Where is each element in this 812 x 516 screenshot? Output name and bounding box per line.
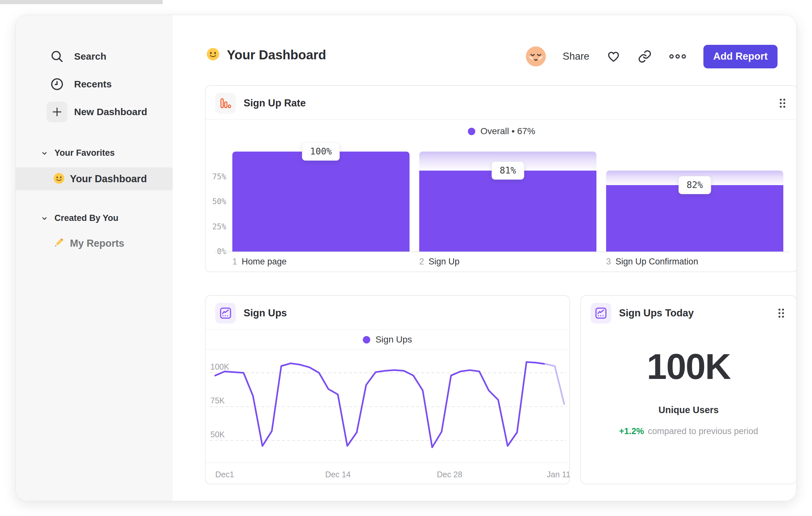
line-series-incomplete: [546, 364, 564, 404]
more-options-icon[interactable]: [669, 53, 687, 60]
kpi-delta-value: +1.2%: [619, 426, 644, 436]
kpi-value: 100K: [581, 346, 796, 387]
funnel-bar-converted: [606, 185, 783, 251]
funnel-bar-step-3[interactable]: 82%: [606, 171, 783, 251]
funnel-y-tick: 75%: [204, 172, 226, 181]
smiley-emoji-icon: [53, 172, 65, 185]
sidebar-item-recents[interactable]: Recents: [16, 73, 173, 96]
funnel-chart: 75%50%25%0%100%1Home page81%2Sign Up82%3…: [206, 86, 796, 272]
funnel-bar-step-1[interactable]: 100%: [232, 152, 410, 251]
sidebar-item-label: My Reports: [70, 238, 124, 249]
main-content: Your Dashboard Share Add Report: [173, 15, 796, 501]
sidebar-item-label: Recents: [74, 79, 112, 90]
line-x-tick: Dec1: [215, 470, 234, 479]
funnel-y-tick: 25%: [204, 222, 226, 231]
funnel-step-label: 2Sign Up: [419, 257, 460, 267]
line-x-tick: Jan 11: [547, 470, 570, 479]
step-number: 3: [606, 257, 611, 266]
line-y-tick: 100K: [210, 362, 229, 371]
chevron-down-icon: [40, 214, 49, 222]
sign-up-rate-card: Sign Up Rate Overall • 67% 75%50%25%0%10…: [205, 85, 796, 272]
line-x-tick: Dec 14: [325, 470, 351, 479]
kpi-delta-row: +1.2%compared to previous period: [581, 426, 796, 436]
favorite-heart-icon[interactable]: [606, 49, 621, 64]
sidebar-item-label: Search: [74, 51, 106, 62]
insights-icon: [591, 303, 611, 323]
line-y-tick: 75K: [210, 396, 225, 405]
app-window: Search Recents New Dashboard Your Favori…: [16, 15, 796, 501]
line-chart: 100K75K50KDec1Dec 14Dec 28Jan 11: [206, 296, 569, 484]
section-title: Your Favorites: [54, 148, 115, 158]
funnel-bar-converted: [232, 152, 410, 251]
dashboard-header: Your Dashboard Share Add Report: [173, 15, 796, 83]
sign-ups-today-card: Sign Ups Today 100K Unique Users +1.2%co…: [580, 295, 796, 484]
avatar[interactable]: [526, 47, 546, 66]
kpi-delta-caption: compared to previous period: [648, 426, 758, 436]
step-number: 1: [232, 257, 237, 266]
funnel-bar-value-badge: 81%: [492, 162, 524, 180]
sidebar-item-my-reports[interactable]: My Reports: [16, 233, 173, 254]
funnel-step-label: 3Sign Up Confirmation: [606, 257, 698, 267]
pencil-emoji-icon: [53, 237, 65, 250]
funnel-bar-converted: [419, 171, 597, 251]
sidebar-item-label: Your Dashboard: [70, 173, 147, 185]
chevron-down-icon: [40, 149, 49, 157]
line-series: [215, 362, 546, 447]
step-name: Home page: [242, 257, 287, 266]
page-title: Your Dashboard: [227, 48, 326, 62]
plus-icon: [47, 102, 67, 122]
funnel-y-tick: 50%: [204, 197, 226, 206]
search-icon: [47, 46, 67, 67]
step-name: Sign Up Confirmation: [615, 257, 698, 266]
line-y-tick: 50K: [210, 430, 225, 439]
sidebar-item-new-dashboard[interactable]: New Dashboard: [16, 100, 173, 124]
drag-handle-icon[interactable]: [778, 308, 785, 320]
sidebar: Search Recents New Dashboard Your Favori…: [16, 15, 173, 501]
background-window-edge: [0, 0, 163, 4]
sidebar-section-created-by-you[interactable]: Created By You: [40, 213, 119, 223]
sidebar-item-search[interactable]: Search: [16, 45, 173, 68]
funnel-bar-step-2[interactable]: 81%: [419, 152, 597, 251]
share-button[interactable]: Share: [562, 51, 589, 62]
add-report-button[interactable]: Add Report: [703, 45, 778, 69]
smiley-emoji-icon: [206, 47, 220, 62]
funnel-bar-value-badge: 82%: [678, 176, 711, 194]
funnel-step-label: 1Home page: [232, 257, 287, 267]
sidebar-item-your-dashboard[interactable]: Your Dashboard: [16, 167, 181, 190]
sidebar-item-label: New Dashboard: [74, 106, 147, 117]
funnel-baseline: [214, 251, 789, 252]
copy-link-icon[interactable]: [638, 49, 652, 63]
step-name: Sign Up: [429, 257, 460, 266]
sidebar-section-your-favorites[interactable]: Your Favorites: [40, 148, 115, 158]
clock-icon: [47, 74, 67, 94]
section-title: Created By You: [54, 213, 119, 223]
funnel-bar-value-badge: 100%: [302, 142, 340, 161]
sign-ups-card: Sign Ups Sign Ups 100K75K50KDec1Dec 14De…: [205, 295, 570, 484]
step-number: 2: [419, 257, 424, 266]
card-title: Sign Ups Today: [619, 307, 694, 319]
line-x-tick: Dec 28: [437, 470, 462, 479]
kpi-metric-label: Unique Users: [581, 405, 796, 415]
